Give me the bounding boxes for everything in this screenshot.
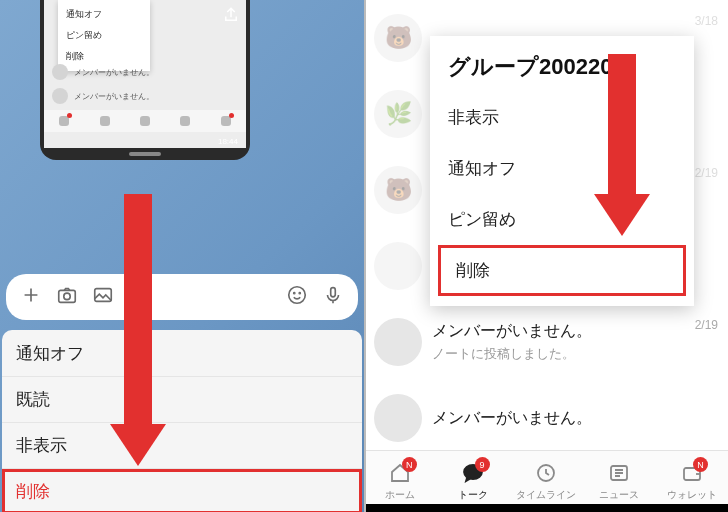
tab-home[interactable]: ホーム N — [364, 451, 437, 512]
popup-title: グループ200220 — [430, 52, 694, 92]
badge: N — [693, 457, 708, 472]
mini-clock: 18:44 — [218, 137, 238, 146]
tab-label: ホーム — [385, 488, 415, 502]
chat-title: メンバーがいません。 — [432, 408, 592, 429]
photo-icon[interactable] — [92, 284, 114, 310]
chat-date: 3/18 — [695, 14, 718, 28]
android-navbar — [364, 504, 728, 512]
chat-row[interactable]: メンバーがいません。 — [364, 380, 728, 456]
svg-point-3 — [289, 287, 306, 304]
left-panel: 通知オフ ピン留め 削除 メンバーがいません。 メンバーがいません。 18:44 — [0, 0, 364, 512]
popup-pin[interactable]: ピン留め — [430, 194, 694, 245]
tab-label: トーク — [458, 488, 488, 502]
mini-menu-item[interactable]: ピン留め — [58, 25, 150, 46]
action-sheet: 通知オフ 既読 非表示 削除 — [2, 330, 362, 512]
avatar: 🐻 — [374, 166, 422, 214]
chat-row[interactable]: メンバーがいません。 ノートに投稿しました。 2/19 — [364, 304, 728, 380]
popup-mute[interactable]: 通知オフ — [430, 143, 694, 194]
avatar — [374, 242, 422, 290]
actionsheet-hide[interactable]: 非表示 — [2, 422, 362, 468]
popup-hide[interactable]: 非表示 — [430, 92, 694, 143]
right-panel: 🐻 3/18 🌿 🐻 2/19 メンバーがいません。 ノートに投稿しました。 — [364, 0, 728, 512]
mini-row-text: メンバーがいません。 — [74, 67, 154, 78]
emoji-icon[interactable] — [286, 284, 308, 310]
mic-icon[interactable] — [322, 284, 344, 310]
clock-icon — [534, 461, 558, 485]
mini-menu-item[interactable]: 通知オフ — [58, 4, 150, 25]
tab-label: タイムライン — [516, 488, 576, 502]
message-compose-bar: Aa — [6, 274, 358, 320]
popup-delete[interactable]: 削除 — [438, 245, 686, 296]
share-icon[interactable] — [222, 6, 240, 28]
chat-date: 2/19 — [695, 318, 718, 332]
annotation-arrow — [124, 194, 166, 466]
tab-timeline[interactable]: タイムライン — [510, 451, 583, 512]
chat-date: 2/19 — [695, 166, 718, 180]
chat-subtitle: ノートに投稿しました。 — [432, 345, 592, 363]
svg-rect-6 — [331, 288, 336, 297]
badge: N — [402, 457, 417, 472]
tab-news[interactable]: ニュース — [582, 451, 655, 512]
chat-title: メンバーがいません。 — [432, 321, 592, 342]
badge: 9 — [475, 457, 490, 472]
svg-point-1 — [64, 293, 70, 299]
news-icon — [607, 461, 631, 485]
avatar — [374, 394, 422, 442]
mini-tabbar — [44, 110, 246, 132]
tab-label: ウォレット — [667, 488, 717, 502]
svg-point-5 — [299, 293, 300, 294]
actionsheet-read[interactable]: 既読 — [2, 376, 362, 422]
svg-rect-0 — [59, 290, 76, 302]
mini-row-text: メンバーがいません。 — [74, 91, 154, 102]
context-popup: グループ200220 非表示 通知オフ ピン留め 削除 — [430, 36, 694, 306]
svg-rect-2 — [95, 289, 112, 302]
tab-label: ニュース — [599, 488, 639, 502]
actionsheet-delete[interactable]: 削除 — [2, 468, 362, 512]
camera-icon[interactable] — [56, 284, 78, 310]
phone-preview: 通知オフ ピン留め 削除 メンバーがいません。 メンバーがいません。 18:44 — [40, 0, 250, 160]
annotation-arrow — [608, 54, 650, 236]
avatar: 🐻 — [374, 14, 422, 62]
tab-talk[interactable]: トーク 9 — [437, 451, 510, 512]
tab-wallet[interactable]: ウォレット N — [655, 451, 728, 512]
plus-icon[interactable] — [20, 284, 42, 310]
actionsheet-mute[interactable]: 通知オフ — [2, 330, 362, 376]
avatar: 🌿 — [374, 90, 422, 138]
avatar — [374, 318, 422, 366]
svg-point-4 — [294, 293, 295, 294]
tab-bar: ホーム N トーク 9 タイムライン ニュース ウォレット N — [364, 450, 728, 512]
